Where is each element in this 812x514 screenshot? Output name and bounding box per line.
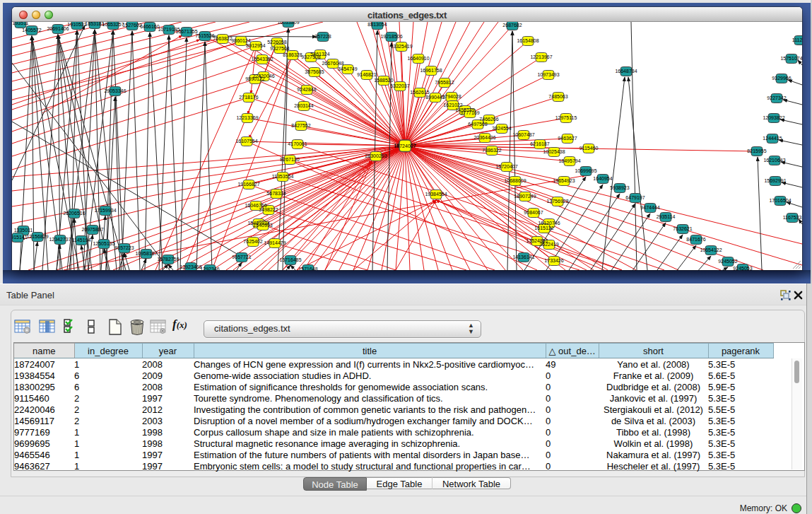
svg-text:14914479: 14914479 <box>264 240 286 245</box>
svg-text:1640954: 1640954 <box>593 176 612 181</box>
svg-text:10653257: 10653257 <box>102 22 124 27</box>
svg-text:13325419: 13325419 <box>390 44 412 49</box>
svg-text:12923468: 12923468 <box>180 264 201 269</box>
svg-text:18724007: 18724007 <box>394 144 416 148</box>
svg-text:9115460: 9115460 <box>579 146 599 151</box>
svg-text:2803144: 2803144 <box>294 103 313 108</box>
svg-text:16671355: 16671355 <box>175 29 197 34</box>
svg-text:7663822: 7663822 <box>213 36 232 41</box>
svg-text:7955812: 7955812 <box>435 80 454 85</box>
svg-text:1733426: 1733426 <box>544 258 563 263</box>
svg-text:19654923: 19654923 <box>553 178 575 183</box>
svg-text:10607487: 10607487 <box>512 132 534 137</box>
svg-text:18907249: 18907249 <box>514 194 536 199</box>
svg-text:10699695: 10699695 <box>575 168 596 173</box>
svg-text:1588520: 1588520 <box>374 78 393 83</box>
svg-text:1292346: 1292346 <box>200 267 219 270</box>
svg-text:12156829: 12156829 <box>26 234 48 239</box>
svg-text:9857223: 9857223 <box>114 245 134 250</box>
svg-text:20691406: 20691406 <box>47 26 69 31</box>
svg-text:16046766: 16046766 <box>245 203 266 208</box>
svg-text:10688609: 10688609 <box>504 178 526 183</box>
svg-text:357228: 357228 <box>314 34 331 39</box>
svg-text:10025438: 10025438 <box>543 149 565 154</box>
svg-text:16154808: 16154808 <box>517 38 539 43</box>
svg-text:8267130: 8267130 <box>280 157 299 162</box>
svg-text:16210643: 16210643 <box>763 158 785 163</box>
svg-text:9084067: 9084067 <box>524 210 543 215</box>
svg-text:7632621: 7632621 <box>673 226 692 231</box>
svg-text:2718176: 2718176 <box>239 95 258 100</box>
svg-text:9245052: 9245052 <box>718 259 737 264</box>
svg-text:8912954: 8912954 <box>246 43 265 48</box>
svg-text:1562615: 1562615 <box>410 90 429 95</box>
svg-text:2687682: 2687682 <box>502 23 522 28</box>
svg-text:16107554: 16107554 <box>235 139 257 144</box>
svg-text:9890122: 9890122 <box>245 76 264 81</box>
svg-text:16640910: 16640910 <box>407 56 429 61</box>
svg-text:1621022: 1621022 <box>443 103 462 107</box>
svg-text:7625402: 7625402 <box>243 239 262 244</box>
svg-text:3824554: 3824554 <box>492 126 511 131</box>
svg-text:20975887: 20975887 <box>81 227 103 232</box>
svg-text:8454749: 8454749 <box>338 66 357 71</box>
svg-text:5461324: 5461324 <box>310 52 329 57</box>
svg-text:6466160: 6466160 <box>140 24 159 29</box>
svg-text:12213369: 12213369 <box>236 115 258 120</box>
svg-text:7386322: 7386322 <box>482 148 501 153</box>
svg-text:3522419: 3522419 <box>539 242 558 247</box>
svg-text:7515526: 7515526 <box>195 33 214 38</box>
svg-text:12213967: 12213967 <box>530 54 552 59</box>
svg-text:1540993: 1540993 <box>253 223 272 228</box>
svg-text:15751074: 15751074 <box>780 56 802 61</box>
svg-text:193511: 193511 <box>13 22 29 25</box>
svg-text:9474444: 9474444 <box>640 205 659 210</box>
svg-text:9657721: 9657721 <box>232 255 251 259</box>
svg-text:16543382: 16543382 <box>251 57 273 62</box>
svg-text:9245053: 9245053 <box>733 266 752 270</box>
svg-text:16033809: 16033809 <box>277 22 299 25</box>
svg-text:9329966: 9329966 <box>772 76 791 81</box>
svg-text:12342737: 12342737 <box>49 237 71 242</box>
svg-text:1615132: 1615132 <box>534 226 553 230</box>
svg-text:19384554: 19384554 <box>425 192 447 197</box>
svg-text:1145194: 1145194 <box>72 238 91 243</box>
svg-text:9327504: 9327504 <box>270 46 289 51</box>
svg-text:5938923: 5938923 <box>610 185 629 190</box>
svg-text:3915141: 3915141 <box>12 235 28 240</box>
svg-text:6216187: 6216187 <box>530 141 549 146</box>
svg-text:17159934: 17159934 <box>94 208 116 213</box>
svg-text:3498222: 3498222 <box>259 207 278 212</box>
svg-text:19166827: 19166827 <box>237 182 259 187</box>
svg-text:6479197: 6479197 <box>625 195 645 200</box>
svg-text:8471676: 8471676 <box>686 237 705 242</box>
svg-text:7485063: 7485063 <box>548 94 567 99</box>
svg-text:10973493: 10973493 <box>537 72 559 77</box>
svg-text:15720407: 15720407 <box>495 164 517 169</box>
svg-text:12975115: 12975115 <box>555 115 577 120</box>
svg-text:15692991: 15692991 <box>764 178 786 183</box>
svg-text:9242848: 9242848 <box>297 87 316 92</box>
svg-text:28300293: 28300293 <box>365 153 387 158</box>
svg-text:5678334: 5678334 <box>266 191 286 196</box>
svg-text:1335011: 1335011 <box>14 228 33 233</box>
svg-text:26206516: 26206516 <box>63 211 85 216</box>
svg-text:9794028: 9794028 <box>442 94 461 99</box>
svg-text:1571648: 1571648 <box>298 267 317 270</box>
svg-text:13756928: 13756928 <box>546 199 568 204</box>
svg-text:16648784: 16648784 <box>615 69 637 74</box>
svg-text:5322037: 5322037 <box>390 83 409 88</box>
svg-text:9146821: 9146821 <box>357 72 376 77</box>
svg-text:5226058: 5226058 <box>267 40 286 45</box>
svg-text:1167533: 1167533 <box>783 215 802 220</box>
svg-text:8186328: 8186328 <box>283 52 302 57</box>
svg-text:6497568: 6497568 <box>468 122 487 127</box>
svg-text:111234: 111234 <box>792 37 802 42</box>
svg-text:8215955: 8215955 <box>747 148 766 153</box>
svg-text:12505135: 12505135 <box>93 241 114 246</box>
svg-text:18495794: 18495794 <box>558 158 580 163</box>
svg-text:8813054: 8813054 <box>367 22 387 27</box>
svg-text:16961758: 16961758 <box>420 68 442 73</box>
svg-text:9860124: 9860124 <box>231 38 250 43</box>
svg-text:12093822: 12093822 <box>763 115 784 120</box>
